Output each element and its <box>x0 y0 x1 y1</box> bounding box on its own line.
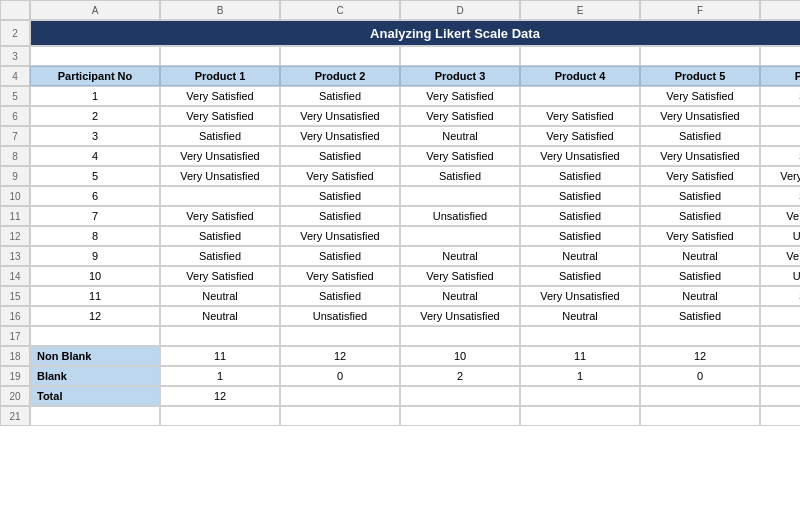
row-11-product3: Unsatisfied <box>400 206 520 226</box>
empty-3b <box>30 46 160 66</box>
row-num-19: 19 <box>0 366 30 386</box>
row-13-product5: Neutral <box>640 246 760 266</box>
row-11-participant: 7 <box>30 206 160 226</box>
row-12-product3 <box>400 226 520 246</box>
row-8-product1: Very Unsatisfied <box>160 146 280 166</box>
row-12-product4: Satisfied <box>520 226 640 246</box>
non-blank-p5: 12 <box>640 346 760 366</box>
empty-21-4 <box>520 406 640 426</box>
row-12-participant: 8 <box>30 226 160 246</box>
empty-17-4 <box>520 326 640 346</box>
row-5-participant: 1 <box>30 86 160 106</box>
row-6-product2: Very Unsatisfied <box>280 106 400 126</box>
non-blank-label: Non Blank <box>30 346 160 366</box>
row-11-product4: Satisfied <box>520 206 640 226</box>
row-6-product3: Very Satisfied <box>400 106 520 126</box>
col-header-e: E <box>520 0 640 20</box>
th-product2: Product 2 <box>280 66 400 86</box>
row-15-product5: Neutral <box>640 286 760 306</box>
empty-3f <box>520 46 640 66</box>
row-14-product6: Unsatisfied <box>760 266 800 286</box>
row-7-product1: Satisfied <box>160 126 280 146</box>
empty-3h <box>760 46 800 66</box>
row-num-3: 3 <box>0 46 30 66</box>
row-num-18: 18 <box>0 346 30 366</box>
row-14-product5: Satisfied <box>640 266 760 286</box>
total-empty-0 <box>280 386 400 406</box>
row-14-product4: Satisfied <box>520 266 640 286</box>
non-blank-p6: 11 <box>760 346 800 366</box>
row-7-product3: Neutral <box>400 126 520 146</box>
th-product4: Product 4 <box>520 66 640 86</box>
row-9-product6: Very Unsatisfied <box>760 166 800 186</box>
col-header-f: F <box>640 0 760 20</box>
row-12-product5: Very Satisfied <box>640 226 760 246</box>
row-num-6: 6 <box>0 106 30 126</box>
row-9-product4: Satisfied <box>520 166 640 186</box>
row-11-product1: Very Satisfied <box>160 206 280 226</box>
row-9-product2: Very Satisfied <box>280 166 400 186</box>
row-10-product4: Satisfied <box>520 186 640 206</box>
total-empty-4 <box>760 386 800 406</box>
spreadsheet: A B C D E F G 2 Analyzing Likert Scale D… <box>0 0 800 86</box>
row-8-product3: Very Satisfied <box>400 146 520 166</box>
row-10-product5: Satisfied <box>640 186 760 206</box>
corner-cell <box>0 0 30 20</box>
row-11-product2: Satisfied <box>280 206 400 226</box>
row-12-product2: Very Unsatisfied <box>280 226 400 246</box>
row-12-product6: Unsatisfied <box>760 226 800 246</box>
col-header-c: C <box>280 0 400 20</box>
total-empty-2 <box>520 386 640 406</box>
empty-21-3 <box>400 406 520 426</box>
row-16-product2: Unsatisfied <box>280 306 400 326</box>
row-num-20: 20 <box>0 386 30 406</box>
row-7-product6: Neutral <box>760 126 800 146</box>
row-5-product3: Very Satisfied <box>400 86 520 106</box>
blank-p3: 2 <box>400 366 520 386</box>
empty-3d <box>280 46 400 66</box>
row-10-participant: 6 <box>30 186 160 206</box>
row-13-product4: Neutral <box>520 246 640 266</box>
row-10-product6: Satisfied <box>760 186 800 206</box>
empty-17-1 <box>160 326 280 346</box>
row-11-product6: Very Satisfied <box>760 206 800 226</box>
row-16-product4: Neutral <box>520 306 640 326</box>
row-8-participant: 4 <box>30 146 160 166</box>
col-header-g: G <box>760 0 800 20</box>
total-empty-3 <box>640 386 760 406</box>
non-blank-p2: 12 <box>280 346 400 366</box>
col-header-a: A <box>30 0 160 20</box>
row-16-product3: Very Unsatisfied <box>400 306 520 326</box>
row-7-product5: Satisfied <box>640 126 760 146</box>
row-num-12: 12 <box>0 226 30 246</box>
row-num-8: 8 <box>0 146 30 166</box>
row-10-product2: Satisfied <box>280 186 400 206</box>
row-16-product5: Satisfied <box>640 306 760 326</box>
blank-label: Blank <box>30 366 160 386</box>
col-header-b: B <box>160 0 280 20</box>
row-num-14: 14 <box>0 266 30 286</box>
row-5-product5: Very Satisfied <box>640 86 760 106</box>
row-num-2: 2 <box>0 20 30 46</box>
empty-3e <box>400 46 520 66</box>
row-15-product4: Very Unsatisfied <box>520 286 640 306</box>
empty-3c <box>160 46 280 66</box>
row-6-product4: Very Satisfied <box>520 106 640 126</box>
row-13-product1: Satisfied <box>160 246 280 266</box>
row-8-product6: Satisfied <box>760 146 800 166</box>
row-7-participant: 3 <box>30 126 160 146</box>
row-12-product1: Satisfied <box>160 226 280 246</box>
blank-p2: 0 <box>280 366 400 386</box>
row-13-product3: Neutral <box>400 246 520 266</box>
row-11-product5: Satisfied <box>640 206 760 226</box>
row-14-product3: Very Satisfied <box>400 266 520 286</box>
th-product6: Product 6 <box>760 66 800 86</box>
row-15-participant: 11 <box>30 286 160 306</box>
spreadsheet-title: Analyzing Likert Scale Data <box>30 20 800 46</box>
row-10-product3 <box>400 186 520 206</box>
row-8-product4: Very Unsatisfied <box>520 146 640 166</box>
row-num-13: 13 <box>0 246 30 266</box>
row-num-5: 5 <box>0 86 30 106</box>
blank-p4: 1 <box>520 366 640 386</box>
empty-3g <box>640 46 760 66</box>
